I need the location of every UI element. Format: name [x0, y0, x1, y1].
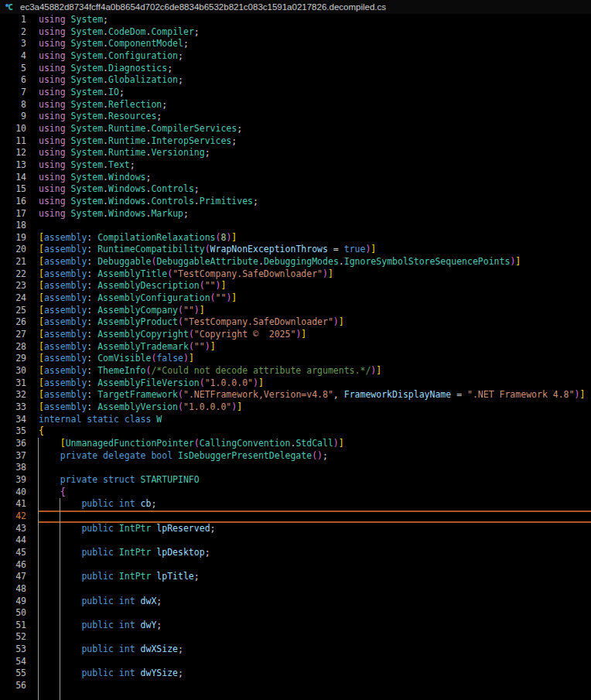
- code-line[interactable]: 41 public int cb;: [0, 498, 591, 510]
- code-line[interactable]: 56: [0, 680, 591, 692]
- code-line[interactable]: 20[assembly: RuntimeCompatibility(WrapNo…: [0, 244, 591, 256]
- line-number[interactable]: 6: [0, 74, 26, 87]
- line-number[interactable]: 11: [0, 135, 26, 148]
- line-number[interactable]: 16: [0, 196, 26, 208]
- code-line[interactable]: 34internal static class W: [0, 414, 591, 426]
- code-line[interactable]: 43 public IntPtr lpReserved;: [0, 523, 591, 535]
- code-line[interactable]: 35{: [0, 425, 591, 438]
- code-line[interactable]: 5using System.Diagnostics;: [0, 63, 591, 75]
- code-line[interactable]: 8using System.Reflection;: [0, 99, 591, 111]
- code-line[interactable]: 40 {: [0, 487, 591, 499]
- line-number[interactable]: 9: [0, 111, 26, 123]
- line-number[interactable]: 3: [0, 38, 26, 50]
- line-number[interactable]: 19: [0, 232, 26, 244]
- line-number[interactable]: 49: [0, 596, 26, 608]
- code-line[interactable]: 19[assembly: CompilationRelaxations(8)]: [0, 232, 591, 244]
- code-line[interactable]: 21[assembly: Debuggable(DebuggableAttrib…: [0, 256, 591, 268]
- code-line[interactable]: 15using System.Windows.Controls;: [0, 183, 591, 196]
- line-number[interactable]: 4: [0, 50, 26, 63]
- code-line[interactable]: 23[assembly: AssemblyDescription("")]: [0, 280, 591, 292]
- code-line[interactable]: 37 private delegate bool IsDebuggerPrese…: [0, 450, 591, 463]
- code-line[interactable]: 38: [0, 462, 591, 474]
- line-number[interactable]: 45: [0, 547, 26, 559]
- code-line[interactable]: 46: [0, 559, 591, 572]
- code-line[interactable]: 53 public int dwXSize;: [0, 644, 591, 656]
- line-number[interactable]: 50: [0, 607, 26, 620]
- line-number[interactable]: 12: [0, 147, 26, 159]
- code-line[interactable]: 2using System.CodeDom.Compiler;: [0, 26, 591, 39]
- code-line[interactable]: 22[assembly: AssemblyTitle("TestCompany.…: [0, 268, 591, 281]
- line-number[interactable]: 53: [0, 644, 26, 656]
- code-line[interactable]: 32[assembly: TargetFramework(".NETFramew…: [0, 389, 591, 401]
- code-line[interactable]: 54: [0, 656, 591, 668]
- code-line[interactable]: 6using System.Globalization;: [0, 74, 591, 87]
- code-line[interactable]: 44: [0, 534, 591, 547]
- line-number[interactable]: 33: [0, 401, 26, 414]
- code-line[interactable]: 10using System.Runtime.CompilerServices;: [0, 123, 591, 135]
- line-number[interactable]: 48: [0, 583, 26, 596]
- line-number[interactable]: 27: [0, 329, 26, 341]
- line-number[interactable]: 15: [0, 183, 26, 196]
- line-number[interactable]: 8: [0, 99, 26, 111]
- line-number[interactable]: 40: [0, 487, 26, 499]
- code-line[interactable]: 11using System.Runtime.InteropServices;: [0, 135, 591, 148]
- code-line[interactable]: 9using System.Resources;: [0, 111, 591, 123]
- line-number[interactable]: 43: [0, 523, 26, 535]
- code-line[interactable]: 24[assembly: AssemblyConfiguration("")]: [0, 292, 591, 305]
- line-number[interactable]: 17: [0, 208, 26, 220]
- code-line[interactable]: 31[assembly: AssemblyFileVersion("1.0.0.…: [0, 377, 591, 390]
- code-line[interactable]: 18: [0, 220, 591, 232]
- code-line[interactable]: 7using System.IO;: [0, 87, 591, 99]
- code-line[interactable]: 12using System.Runtime.Versioning;: [0, 147, 591, 159]
- line-number[interactable]: 54: [0, 656, 26, 668]
- line-number[interactable]: 23: [0, 280, 26, 292]
- code-line[interactable]: 39 private struct STARTUPINFO: [0, 474, 591, 487]
- line-number[interactable]: 56: [0, 680, 26, 692]
- code-line[interactable]: 28[assembly: AssemblyTrademark("")]: [0, 341, 591, 353]
- line-number[interactable]: 14: [0, 172, 26, 184]
- code-line[interactable]: 27[assembly: AssemblyCopyright("Copyrigh…: [0, 329, 591, 341]
- line-number[interactable]: 25: [0, 305, 26, 317]
- line-number[interactable]: 13: [0, 159, 26, 172]
- line-number[interactable]: 52: [0, 631, 26, 644]
- line-number[interactable]: 26: [0, 316, 26, 329]
- line-number[interactable]: 44: [0, 534, 26, 547]
- line-number[interactable]: 51: [0, 620, 26, 632]
- code-line-highlighted[interactable]: 42: [0, 510, 591, 523]
- line-number[interactable]: 28: [0, 341, 26, 353]
- code-line[interactable]: 51 public int dwY;: [0, 620, 591, 632]
- line-number[interactable]: 10: [0, 123, 26, 135]
- code-line[interactable]: 55 public int dwYSize;: [0, 668, 591, 680]
- code-line[interactable]: 3using System.ComponentModel;: [0, 38, 591, 50]
- code-line[interactable]: 30[assembly: ThemeInfo(/*Could not decod…: [0, 365, 591, 377]
- line-number[interactable]: 29: [0, 353, 26, 365]
- code-line[interactable]: 16using System.Windows.Controls.Primitiv…: [0, 196, 591, 208]
- line-number[interactable]: 21: [0, 256, 26, 268]
- code-line[interactable]: 25[assembly: AssemblyCompany("")]: [0, 305, 591, 317]
- code-line[interactable]: 48: [0, 583, 591, 596]
- line-number[interactable]: 42: [0, 510, 26, 523]
- code-line[interactable]: 14using System.Windows;: [0, 172, 591, 184]
- code-line[interactable]: 33[assembly: AssemblyVersion("1.0.0.0")]: [0, 401, 591, 414]
- line-number[interactable]: 30: [0, 365, 26, 377]
- code-line[interactable]: 49 public int dwX;: [0, 596, 591, 608]
- code-line[interactable]: 17using System.Windows.Markup;: [0, 208, 591, 220]
- line-number[interactable]: 32: [0, 389, 26, 401]
- line-number[interactable]: 18: [0, 220, 26, 232]
- code-line[interactable]: 26[assembly: AssemblyProduct("TestCompan…: [0, 316, 591, 329]
- code-line[interactable]: 29[assembly: ComVisible(false)]: [0, 353, 591, 365]
- line-number[interactable]: 55: [0, 668, 26, 680]
- code-line[interactable]: 36 [UnmanagedFunctionPointer(CallingConv…: [0, 438, 591, 450]
- line-number[interactable]: 35: [0, 425, 26, 438]
- code-line[interactable]: 45 public IntPtr lpDesktop;: [0, 547, 591, 559]
- line-number[interactable]: 47: [0, 571, 26, 583]
- line-number[interactable]: 7: [0, 87, 26, 99]
- code-line[interactable]: 52: [0, 631, 591, 644]
- line-number[interactable]: 36: [0, 438, 26, 450]
- line-number[interactable]: 1: [0, 14, 26, 26]
- code-line[interactable]: 47 public IntPtr lpTitle;: [0, 571, 591, 583]
- code-line[interactable]: 50: [0, 607, 591, 620]
- line-number[interactable]: 22: [0, 268, 26, 281]
- line-number[interactable]: 38: [0, 462, 26, 474]
- line-number[interactable]: 20: [0, 244, 26, 256]
